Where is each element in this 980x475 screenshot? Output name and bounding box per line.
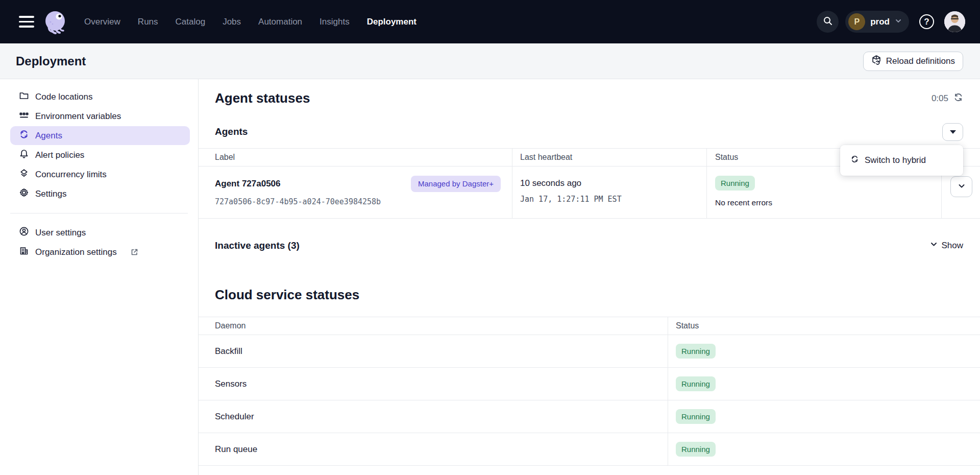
agents-dropdown-menu: Switch to hybrid [840,145,963,176]
agent-statuses-title: Agent statuses [215,90,310,106]
primary-nav-links: Overview Runs Catalog Jobs Automation In… [84,17,416,27]
chevron-down-icon [930,241,938,251]
sidebar-item-label: Alert policies [35,150,84,160]
daemon-name: Run queue [199,433,668,465]
refresh-icon[interactable] [953,92,963,105]
column-header-label: Label [199,149,512,166]
column-header-daemon: Daemon [199,317,668,335]
nav-item-jobs[interactable]: Jobs [223,17,241,27]
heartbeat-absolute: Jan 17, 1:27:11 PM EST [520,195,706,204]
sidebar-item-organization-settings[interactable]: Organization settings [10,243,190,262]
agent-name[interactable]: Agent 727a0506 [215,179,281,189]
top-nav: Overview Runs Catalog Jobs Automation In… [0,0,980,43]
agents-cycle-icon [850,155,859,166]
sidebar-item-concurrency-limits[interactable]: Concurrency limits [10,165,190,184]
daemon-row-scheduler: Scheduler Running [199,400,980,433]
sidebar-item-settings[interactable]: Settings [10,184,190,203]
daemon-name: Backfill [199,335,668,367]
search-button[interactable] [817,11,839,33]
sidebar-item-environment-variables[interactable]: Environment variables [10,107,190,126]
agent-heartbeat-cell: 10 seconds ago Jan 17, 1:27:11 PM EST [512,167,707,218]
cloud-services-table: Daemon Status Backfill Running Sensors R… [199,317,980,466]
help-button[interactable]: ? [916,11,938,33]
settings-sidebar: Code locations Environment variables A [0,79,199,475]
column-header-status: Status [668,317,980,335]
sidebar-item-user-settings[interactable]: User settings [10,223,190,242]
layers-icon [19,168,29,181]
managed-by-badge: Managed by Dagster+ [411,176,501,192]
cloud-table-header: Daemon Status [199,317,980,335]
deployment-name: prod [870,17,890,27]
status-badge: Running [676,344,716,359]
heartbeat-relative: 10 seconds ago [520,178,706,188]
sidebar-item-label: Agents [35,131,62,141]
inactive-agents-heading: Inactive agents (3) [215,240,300,251]
sidebar-item-label: Settings [35,189,66,199]
nav-right-cluster: P prod ? [817,11,965,33]
chevron-down-icon [895,17,902,27]
sidebar-item-agents[interactable]: Agents [10,126,190,145]
nav-item-insights[interactable]: Insights [320,17,350,27]
reload-definitions-label: Reload definitions [886,56,955,66]
nav-item-automation[interactable]: Automation [258,17,302,27]
sidebar-item-label: Concurrency limits [35,170,107,180]
agent-label-cell: Agent 727a0506 Managed by Dagster+ 727a0… [199,167,512,218]
deployment-initial-badge: P [848,13,865,30]
reload-definitions-button[interactable]: Reload definitions [863,52,963,71]
column-header-last-heartbeat: Last heartbeat [512,149,707,166]
show-label: Show [941,241,963,251]
daemon-row-run-queue: Run queue Running [199,433,980,466]
env-vars-icon [19,110,29,123]
search-icon [823,16,833,28]
page-title: Deployment [16,54,86,68]
cube-reload-icon [871,55,881,67]
agent-row-expand-button[interactable] [950,176,972,197]
cloud-service-statuses-title: Cloud service statuses [215,287,359,303]
refresh-countdown: 0:05 [932,93,948,104]
sidebar-divider [10,213,188,213]
building-icon [19,246,29,258]
external-link-icon [130,248,139,256]
hamburger-menu-icon[interactable] [19,16,34,28]
daemon-row-backfill: Backfill Running [199,335,980,368]
status-badge: Running [715,176,755,191]
user-icon [19,226,29,239]
status-detail: No recent errors [715,198,941,207]
user-avatar[interactable] [944,11,965,32]
gear-icon [19,187,29,200]
sidebar-item-label: User settings [35,228,86,238]
sidebar-item-label: Code locations [35,92,92,102]
question-mark-icon: ? [919,14,934,29]
menu-item-switch-to-hybrid[interactable]: Switch to hybrid [840,149,963,172]
menu-item-label: Switch to hybrid [865,155,926,165]
agent-uuid: 727a0506-8c97-4b95-a024-70ee3984258b [215,197,512,206]
dagster-logo-icon[interactable] [42,9,68,35]
daemon-row-sensors: Sensors Running [199,368,980,400]
agents-cycle-icon [19,129,29,142]
status-badge: Running [676,376,716,391]
nav-item-runs[interactable]: Runs [138,17,158,27]
bell-icon [19,149,29,161]
show-inactive-agents-toggle[interactable]: Show [930,241,963,251]
sidebar-item-code-locations[interactable]: Code locations [10,87,190,106]
agents-heading: Agents [215,126,248,137]
chevron-down-icon [958,182,966,192]
deployment-switcher[interactable]: P prod [845,11,909,33]
agents-actions-dropdown-button[interactable] [942,123,963,141]
nav-item-overview[interactable]: Overview [84,17,120,27]
nav-item-catalog[interactable]: Catalog [176,17,206,27]
sidebar-item-label: Environment variables [35,111,121,122]
caret-down-icon [950,130,956,134]
main-content: Agent statuses 0:05 Agents Label [199,79,980,475]
nav-item-deployment[interactable]: Deployment [367,17,416,27]
daemon-name: Sensors [199,368,668,400]
status-badge: Running [676,409,716,424]
daemon-name: Scheduler [199,400,668,433]
sidebar-item-alert-policies[interactable]: Alert policies [10,146,190,164]
folder-icon [19,90,29,103]
page-header: Deployment Reload definitions [0,43,980,79]
status-badge: Running [676,442,716,457]
sidebar-item-label: Organization settings [35,247,117,257]
